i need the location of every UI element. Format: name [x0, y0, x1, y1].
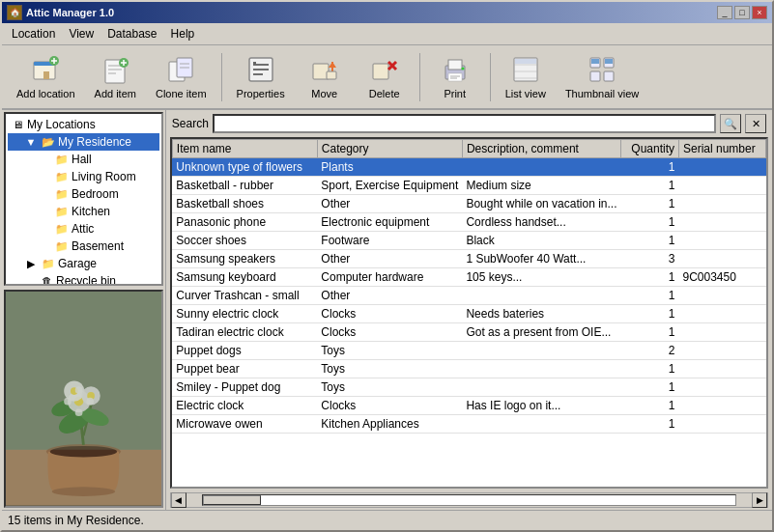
col-header-description[interactable]: Description, comment	[462, 140, 620, 158]
cell-description: Has IE logo on it...	[462, 397, 620, 415]
cell-serial	[679, 287, 766, 305]
table-row[interactable]: Samsung speakersOther1 SubWoofer 40 Watt…	[172, 250, 765, 268]
table-row[interactable]: Samsung keyboardComputer hardware105 key…	[172, 268, 765, 287]
svg-rect-25	[327, 71, 336, 79]
table-row[interactable]: Puppet dogsToys2	[172, 342, 765, 360]
cell-serial	[679, 415, 766, 434]
cell-serial	[679, 195, 766, 213]
status-text: 15 items in My Residence.	[8, 514, 144, 527]
cell-category: Toys	[317, 378, 462, 397]
tree-item-garage[interactable]: ▶ 📁 Garage	[8, 255, 159, 272]
expand-icon-garage: ▶	[23, 256, 39, 271]
cell-category: Other	[317, 195, 462, 213]
cell-quantity: 1	[621, 158, 679, 177]
tree-item-my-residence[interactable]: ▼ 📂 My Residence	[8, 133, 159, 151]
maximize-button[interactable]: □	[734, 6, 750, 19]
print-icon	[440, 54, 471, 85]
folder-icon-basement: 📁	[54, 238, 70, 254]
tree-view[interactable]: 🖥 My Locations ▼ 📂 My Residence 📁 Hall 📁	[4, 112, 163, 286]
table-row[interactable]: Curver Trashcan - smallOther1	[172, 287, 765, 305]
toolbar-sep-3	[490, 53, 491, 101]
thumbnail-view-button[interactable]: Thumbnail view	[557, 49, 647, 104]
properties-button[interactable]: Properties	[228, 49, 294, 104]
scroll-left-arrow[interactable]: ◀	[171, 492, 186, 508]
tree-item-recycle-bin[interactable]: 🗑 Recycle bin	[8, 272, 159, 286]
cell-category: Clocks	[317, 305, 462, 323]
cell-quantity: 1	[621, 305, 679, 323]
col-header-name[interactable]: Item name	[172, 140, 317, 158]
table-row[interactable]: Basketball shoesOtherBought while on vac…	[172, 195, 765, 213]
cell-description	[462, 342, 620, 360]
menu-help[interactable]: Help	[165, 25, 201, 42]
table-row[interactable]: Microwave owenKitchen Appliances1	[172, 415, 765, 434]
tree-label-living-room: Living Room	[72, 170, 136, 183]
table-row[interactable]: Unknown type of flowersPlants1	[172, 158, 765, 177]
add-location-button[interactable]: Add location	[8, 49, 84, 104]
scroll-right-arrow[interactable]: ▶	[752, 492, 767, 508]
cell-serial	[679, 213, 766, 232]
search-input[interactable]	[213, 114, 716, 133]
table-row[interactable]: Smiley - Puppet dogToys1	[172, 378, 765, 397]
move-button[interactable]: Move	[296, 49, 354, 104]
folder-icon-garage: 📁	[41, 256, 56, 271]
minimize-button[interactable]: _	[717, 6, 732, 19]
table-row[interactable]: Basketball - rubberSport, Exercise Equip…	[172, 177, 765, 195]
svg-rect-26	[373, 64, 388, 79]
table-row[interactable]: Electric clockClocksHas IE logo on it...…	[172, 397, 765, 415]
table-row[interactable]: Soccer shoesFootwareBlack1	[172, 232, 765, 250]
add-item-button[interactable]: Add item	[86, 49, 145, 104]
tree-item-basement[interactable]: 📁 Basement	[8, 238, 159, 255]
col-header-category[interactable]: Category	[317, 140, 462, 158]
cell-category: Kitchen Appliances	[317, 415, 462, 434]
cell-quantity: 1	[621, 397, 679, 415]
cell-quantity: 1	[621, 232, 679, 250]
tree-item-attic[interactable]: 📁 Attic	[8, 220, 159, 238]
table-row[interactable]: Panasonic phoneElectronic equipmentCordl…	[172, 213, 765, 232]
svg-rect-45	[605, 59, 613, 64]
items-table-container[interactable]: Item name Category Description, comment …	[170, 137, 768, 489]
cell-category: Clocks	[317, 397, 462, 415]
tree-item-kitchen[interactable]: 📁 Kitchen	[8, 203, 159, 220]
menu-view[interactable]: View	[63, 25, 100, 42]
col-header-quantity[interactable]: Quantity	[621, 140, 679, 158]
table-row[interactable]: Puppet bearToys1	[172, 360, 765, 378]
cell-quantity: 1	[621, 195, 679, 213]
h-scroll-thumb[interactable]	[203, 495, 261, 505]
h-scrollbar[interactable]: ◀ ▶	[170, 492, 768, 508]
cell-description	[462, 287, 620, 305]
cell-quantity: 1	[621, 360, 679, 378]
toolbar-sep-1	[221, 53, 222, 101]
menu-database[interactable]: Database	[101, 25, 162, 42]
cell-name: Smiley - Puppet dog	[172, 378, 317, 397]
menu-location[interactable]: Location	[6, 25, 61, 42]
cell-description: Medium size	[462, 177, 620, 195]
cell-category: Plants	[317, 158, 462, 177]
cell-name: Electric clock	[172, 397, 317, 415]
close-button[interactable]: ×	[752, 6, 767, 19]
cell-category: Electronic equipment	[317, 213, 462, 232]
tree-label-kitchen: Kitchen	[72, 205, 110, 218]
table-row[interactable]: Tadiran electric clockClocksGot as a pre…	[172, 323, 765, 342]
left-panel: 🖥 My Locations ▼ 📂 My Residence 📁 Hall 📁	[2, 110, 166, 510]
cell-serial	[679, 378, 766, 397]
tree-item-hall[interactable]: 📁 Hall	[8, 151, 159, 168]
tree-item-living-room[interactable]: 📁 Living Room	[8, 168, 159, 185]
table-row[interactable]: Sunny electric clockClocksNeeds bateries…	[172, 305, 765, 323]
search-button[interactable]: 🔍	[720, 114, 741, 133]
cell-description: Cordless handset...	[462, 213, 620, 232]
cell-serial	[679, 177, 766, 195]
thumbnail-view-icon	[587, 54, 617, 85]
folder-icon-living-room: 📁	[54, 169, 70, 184]
cell-category: Sport, Exercise Equipment	[317, 177, 462, 195]
print-button[interactable]: Print	[426, 49, 484, 104]
clone-item-button[interactable]: Clone item	[147, 49, 215, 104]
svg-rect-44	[591, 59, 599, 64]
tree-item-bedroom[interactable]: 📁 Bedroom	[8, 185, 159, 203]
h-scroll-track	[202, 494, 736, 506]
cell-name: Soccer shoes	[172, 232, 317, 250]
col-header-serial[interactable]: Serial number	[679, 140, 766, 158]
list-view-button[interactable]: List view	[497, 49, 555, 104]
delete-button[interactable]: Delete	[356, 49, 414, 104]
search-clear-button[interactable]: ✕	[745, 114, 766, 133]
clone-item-icon	[165, 54, 196, 85]
